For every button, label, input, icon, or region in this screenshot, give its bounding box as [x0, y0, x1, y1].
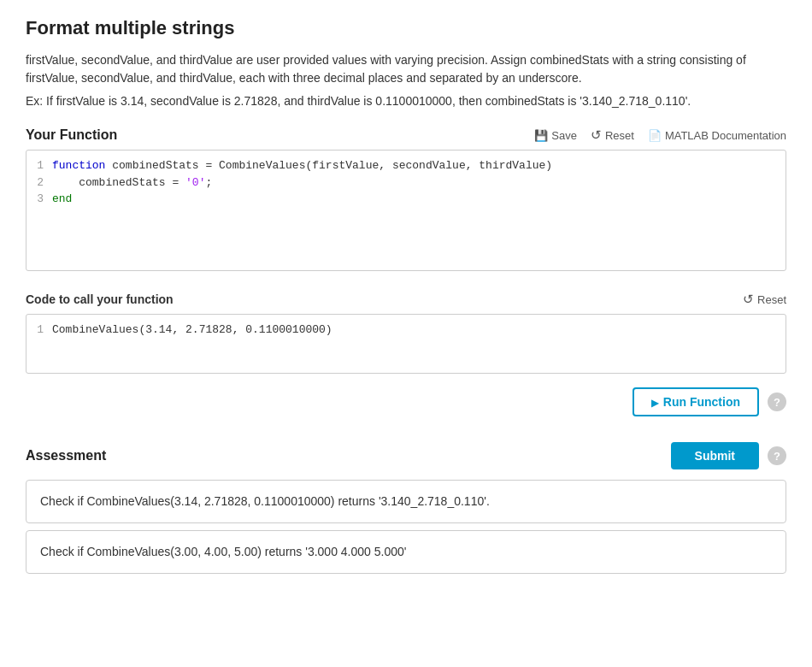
call-code-line-empty	[26, 339, 786, 356]
function-code-editor[interactable]: 1 function combinedStats = CombineValues…	[26, 150, 786, 271]
your-function-header: Your Function Save Reset MATLAB Document…	[26, 127, 786, 143]
line-content-6	[52, 241, 786, 258]
reset-call-button[interactable]: Reset	[743, 292, 786, 307]
assessment-check-1-text: Check if CombineValues(3.14, 2.71828, 0.…	[40, 494, 490, 508]
call-line-content-empty	[52, 339, 786, 356]
line-content-3: end	[52, 191, 786, 208]
description-text: firstValue, secondValue, and thirdValue …	[26, 51, 786, 87]
run-label: Run Function	[663, 395, 740, 409]
reset-call-label: Reset	[757, 293, 786, 306]
line-number-1: 1	[26, 157, 52, 174]
code-line-2: 2 combinedStats = '0';	[26, 174, 786, 192]
code-line-1: 1 function combinedStats = CombineValues…	[26, 157, 786, 174]
save-icon	[534, 129, 548, 142]
reset-call-icon	[743, 292, 754, 307]
line-content-2: combinedStats = '0';	[52, 174, 786, 192]
save-label: Save	[551, 129, 577, 142]
run-help-label: ?	[774, 396, 780, 409]
keyword-end: end	[52, 192, 72, 205]
assessment-check-1: Check if CombineValues(3.14, 2.71828, 0.…	[26, 480, 786, 523]
run-help-icon[interactable]: ?	[768, 393, 786, 411]
line-content-4	[52, 208, 786, 225]
call-header: Code to call your function Reset	[26, 292, 786, 307]
function-header-actions: Save Reset MATLAB Documentation	[534, 127, 786, 143]
run-section: Run Function ?	[26, 387, 786, 416]
assessment-help-icon[interactable]: ?	[768, 446, 786, 465]
page-title: Format multiple strings	[26, 17, 786, 39]
call-line-content: CombineValues(3.14, 2.71828, 0.110001000…	[52, 322, 786, 339]
code-line-4	[26, 208, 786, 225]
assessment-check-2-text: Check if CombineValues(3.00, 4.00, 5.00)…	[40, 545, 406, 558]
call-code-line: 1 CombineValues(3.14, 2.71828, 0.1100010…	[26, 322, 786, 339]
keyword-function: function	[52, 159, 105, 172]
line-number-2: 2	[26, 174, 52, 192]
string-zero: '0'	[185, 176, 205, 189]
call-line-number: 1	[26, 322, 52, 339]
reset-function-button[interactable]: Reset	[591, 127, 634, 143]
assessment-actions: Submit ?	[671, 442, 786, 469]
your-function-title: Your Function	[26, 127, 117, 143]
assessment-title: Assessment	[26, 448, 106, 463]
matlab-doc-icon	[648, 129, 662, 142]
save-button[interactable]: Save	[534, 129, 577, 142]
assessment-check-2: Check if CombineValues(3.00, 4.00, 5.00)…	[26, 530, 786, 574]
call-title: Code to call your function	[26, 292, 174, 306]
function-code-lines: 1 function combinedStats = CombineValues…	[26, 151, 786, 270]
assessment-header: Assessment Submit ?	[26, 442, 786, 469]
play-icon	[651, 395, 658, 409]
assessment-section: Assessment Submit ? Check if CombineValu…	[26, 442, 786, 574]
example-text: Ex: If firstValue is 3.14, secondValue i…	[26, 92, 786, 110]
assessment-help-label: ?	[774, 450, 780, 463]
code-line-6	[26, 241, 786, 258]
line-number-3: 3	[26, 191, 52, 208]
matlab-doc-button[interactable]: MATLAB Documentation	[648, 129, 786, 142]
code-line-3: 3 end	[26, 191, 786, 208]
code-line-5	[26, 224, 786, 241]
line-content-1: function combinedStats = CombineValues(f…	[52, 157, 786, 174]
call-section: Code to call your function Reset 1 Combi…	[26, 292, 786, 374]
matlab-doc-label: MATLAB Documentation	[665, 129, 786, 142]
submit-label: Submit	[695, 449, 735, 463]
reset-function-icon	[591, 127, 602, 143]
line-content-5	[52, 224, 786, 241]
submit-button[interactable]: Submit	[671, 442, 759, 469]
reset-function-label: Reset	[605, 129, 634, 142]
run-function-button[interactable]: Run Function	[633, 387, 759, 416]
call-code-editor[interactable]: 1 CombineValues(3.14, 2.71828, 0.1100010…	[26, 314, 786, 374]
